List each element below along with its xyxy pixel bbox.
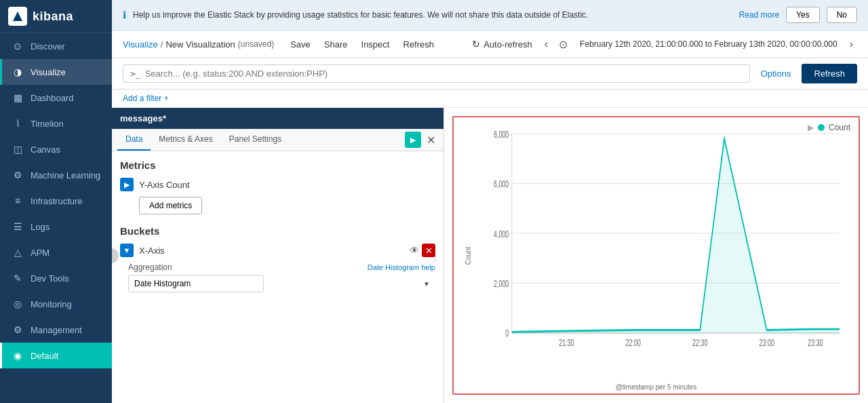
ml-icon: ⚙ [12, 169, 24, 181]
breadcrumb-unsaved: (unsaved) [238, 39, 274, 49]
options-button[interactable]: Options [755, 66, 797, 81]
tab-data[interactable]: Data [117, 129, 151, 151]
search-input-wrap: >_ [123, 64, 750, 83]
sidebar-item-default[interactable]: ◉ Default [0, 343, 112, 368]
refresh-small-button[interactable]: Refresh [397, 37, 439, 52]
metric-item-yaxis: ▶ Y-Axis Count [120, 178, 435, 191]
svg-text:22:00: 22:00 [626, 337, 642, 349]
sidebar: kibana ⊙ Discover ◑ Visualize ▦ Dashboar… [0, 0, 112, 403]
logo-icon [8, 7, 27, 26]
aggregation-select-wrap: Date Histogram Histogram Terms Filters ▼ [128, 275, 435, 292]
panel-body: Metrics ▶ Y-Axis Count Add metrics Bucke… [112, 151, 443, 403]
svg-text:6,000: 6,000 [494, 178, 509, 190]
svg-text:23:30: 23:30 [808, 337, 823, 349]
visualization-toolbar: Visualize / New Visualization (unsaved) … [112, 31, 868, 58]
auto-refresh-label: Auto-refresh [484, 39, 532, 50]
aggregation-section: Aggregation Date Histogram help Date His… [120, 263, 435, 292]
visualize-icon: ◑ [12, 66, 24, 78]
sidebar-item-infrastructure[interactable]: ≡ Infrastructure [0, 188, 112, 214]
sidebar-item-visualize[interactable]: ◑ Visualize [0, 59, 112, 85]
sidebar-item-canvas[interactable]: ◫ Canvas [0, 136, 112, 162]
sidebar-item-label: APM [31, 248, 50, 258]
date-next-button[interactable]: › [846, 37, 857, 52]
sidebar-item-label: Infrastructure [31, 196, 83, 206]
infrastructure-icon: ≡ [12, 195, 24, 207]
panel-right-edge: ⋮ [427, 248, 443, 263]
tab-metrics-axes[interactable]: Metrics & Axes [151, 129, 220, 151]
chart-x-label: @timestamp per 5 minutes [616, 383, 697, 391]
date-calendar-button[interactable]: ⊙ [555, 37, 572, 52]
breadcrumb-separator: / [161, 39, 163, 50]
timelion-icon: ⌇ [12, 117, 24, 130]
sidebar-item-label: Canvas [31, 145, 60, 155]
devtools-icon: ✎ [12, 272, 24, 284]
chart-panel: ▶ Count Count [444, 108, 868, 403]
search-prompt: >_ [130, 69, 141, 79]
tab-panel-settings[interactable]: Panel Settings [221, 129, 290, 151]
sidebar-item-machine-learning[interactable]: ⚙ Machine Learning [0, 162, 112, 188]
breadcrumb: Visualize / New Visualization (unsaved) [123, 39, 274, 50]
metric-expand-button[interactable]: ▶ [120, 178, 134, 191]
refresh-main-button[interactable]: Refresh [802, 64, 857, 83]
monitoring-icon: ◎ [12, 298, 24, 310]
usage-banner: ℹ Help us improve the Elastic Stack by p… [112, 0, 868, 31]
sidebar-item-logs[interactable]: ☰ Logs [0, 214, 112, 239]
sidebar-item-monitoring[interactable]: ◎ Monitoring [0, 291, 112, 317]
chart-svg-wrapper: Count 0 2,000 [454, 117, 859, 394]
auto-refresh-button[interactable]: ↻ Auto-refresh [467, 36, 538, 52]
sidebar-item-apm[interactable]: △ APM [0, 239, 112, 265]
panel-title: messages* [120, 113, 166, 123]
app-name: kibana [33, 9, 73, 24]
select-arrow-icon: ▼ [423, 280, 430, 288]
breadcrumb-parent[interactable]: Visualize [123, 39, 158, 50]
search-bar: >_ Options Refresh [112, 58, 868, 90]
svg-text:2,000: 2,000 [494, 278, 509, 290]
sidebar-item-label: Management [31, 325, 82, 335]
sidebar-item-label: Visualize [31, 67, 66, 77]
no-button[interactable]: No [827, 7, 857, 23]
save-button[interactable]: Save [285, 37, 316, 52]
aggregation-label: Aggregation Date Histogram help [128, 263, 435, 272]
chart-svg: 0 2,000 4,000 6,000 8,000 21:30 22:00 22… [488, 124, 852, 373]
sidebar-item-management[interactable]: ⚙ Management [0, 317, 112, 343]
inspect-button[interactable]: Inspect [356, 37, 395, 52]
canvas-icon: ◫ [12, 143, 24, 155]
aggregation-select[interactable]: Date Histogram Histogram Terms Filters [128, 275, 264, 292]
panel-options-button[interactable]: ⋮ [427, 248, 443, 263]
svg-text:8,000: 8,000 [494, 129, 509, 140]
search-input[interactable] [145, 69, 743, 79]
date-prev-button[interactable]: ‹ [540, 37, 552, 52]
sidebar-item-label: Monitoring [31, 299, 72, 309]
share-button[interactable]: Share [319, 37, 353, 52]
sidebar-item-timelion[interactable]: ⌇ Timelion [0, 111, 112, 136]
run-button[interactable]: ▶ [405, 132, 421, 148]
add-filter-button[interactable]: Add a filter + [123, 94, 169, 103]
content-area: messages* ‹ Data Metrics & Axes Panel Se… [112, 108, 868, 403]
svg-text:22:30: 22:30 [692, 337, 708, 349]
metrics-title: Metrics [120, 159, 435, 171]
yes-button[interactable]: Yes [786, 7, 820, 23]
date-histogram-help-link[interactable]: Date Histogram help [368, 263, 435, 271]
svg-text:23:00: 23:00 [760, 337, 775, 349]
bucket-label: X-Axis [139, 246, 165, 256]
sidebar-item-label: Default [31, 351, 58, 361]
add-metrics-button[interactable]: Add metrics [139, 197, 202, 214]
toggle-visibility-button[interactable]: 👁 [410, 245, 419, 256]
bucket-expand-button[interactable]: ▼ [120, 244, 134, 257]
dashboard-icon: ▦ [12, 92, 24, 104]
sidebar-item-label: Dashboard [31, 93, 74, 103]
management-icon: ⚙ [12, 324, 24, 336]
buckets-title: Buckets [120, 225, 435, 237]
read-more-link[interactable]: Read more [739, 10, 779, 20]
close-panel-button[interactable]: ✕ [424, 134, 438, 147]
sidebar-item-label: Timelion [31, 119, 64, 129]
bucket-item-xaxis: ▼ X-Axis 👁 ✕ [120, 244, 435, 257]
breadcrumb-current: New Visualization [165, 39, 235, 50]
sidebar-item-dev-tools[interactable]: ✎ Dev Tools [0, 265, 112, 291]
sidebar-item-discover[interactable]: ⊙ Discover [0, 33, 112, 59]
refresh-icon: ↻ [472, 39, 480, 50]
apm-icon: △ [12, 246, 24, 258]
chart-container: ▶ Count Count [452, 116, 860, 395]
svg-text:0: 0 [505, 328, 509, 339]
sidebar-item-dashboard[interactable]: ▦ Dashboard [0, 85, 112, 111]
